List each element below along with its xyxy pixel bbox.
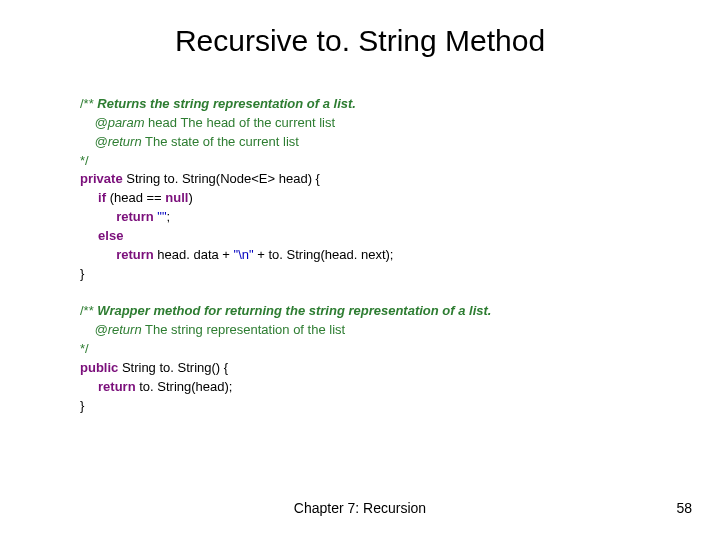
method2-body: to. String(head); <box>136 379 233 394</box>
semi1: ; <box>167 209 171 224</box>
brace-close2: } <box>80 398 84 413</box>
expr-a: head. data + <box>154 247 234 262</box>
keyword-private: private <box>80 171 123 186</box>
comment2-close: */ <box>80 341 89 356</box>
string-nl: "\n" <box>234 247 254 262</box>
comment-desc: Returns the string representation of a l… <box>97 96 356 111</box>
slide-title: Recursive to. String Method <box>0 24 720 58</box>
javadoc-return-tag: @return <box>94 134 141 149</box>
method1-sig: String to. String(Node<E> head) { <box>123 171 320 186</box>
code-block: /** Returns the string representation of… <box>80 95 660 415</box>
comment2-desc: Wrapper method for returning the string … <box>97 303 491 318</box>
keyword-else: else <box>98 228 123 243</box>
javadoc-param-desc: The head of the current list <box>180 115 335 130</box>
expr-b: + to. String(head. next); <box>254 247 394 262</box>
javadoc-param-name: head <box>145 115 181 130</box>
comment-open: /** <box>80 96 97 111</box>
keyword-return2: return <box>116 247 154 262</box>
string-empty: "" <box>154 209 167 224</box>
footer-page-number: 58 <box>676 500 692 516</box>
brace-close1: } <box>80 266 84 281</box>
comment2-open: /** <box>80 303 97 318</box>
javadoc-param-tag: @param <box>94 115 144 130</box>
javadoc2-return-desc: The string representation of the list <box>142 322 346 337</box>
if-close: ) <box>188 190 192 205</box>
javadoc2-return-tag: @return <box>94 322 141 337</box>
keyword-return3: return <box>98 379 136 394</box>
slide: Recursive to. String Method /** Returns … <box>0 0 720 540</box>
method2-sig: String to. String() { <box>118 360 228 375</box>
javadoc-return-desc: The state of the current list <box>142 134 299 149</box>
keyword-null: null <box>165 190 188 205</box>
keyword-if: if <box>98 190 106 205</box>
keyword-return1: return <box>116 209 154 224</box>
keyword-public: public <box>80 360 118 375</box>
footer-chapter: Chapter 7: Recursion <box>0 500 720 516</box>
if-cond: (head == <box>106 190 165 205</box>
comment-close: */ <box>80 153 89 168</box>
